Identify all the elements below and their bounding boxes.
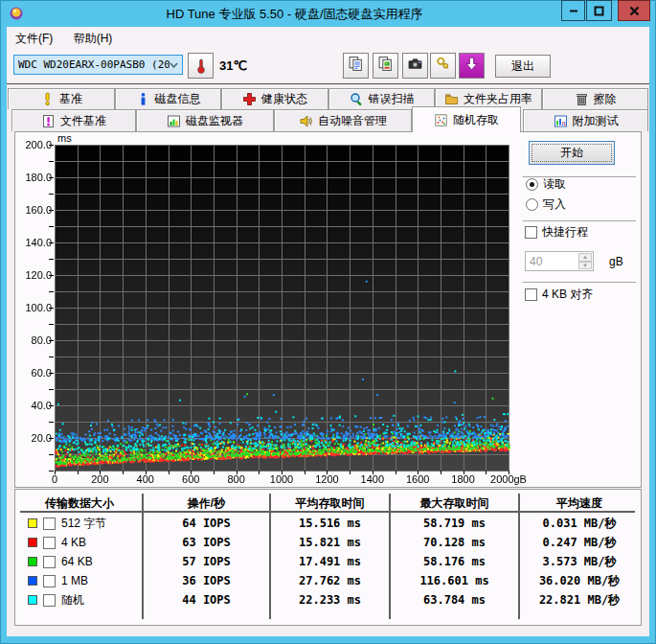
- y-tick-label: 100.0: [17, 302, 52, 313]
- window-title: HD Tune 专业版 5.50 - 硬盘/固态硬盘实用程序: [38, 6, 551, 23]
- health-icon: [242, 92, 257, 106]
- value-speed: 3.573 MB/秒: [519, 554, 640, 570]
- table-row: 4 KB63 IOPS15.821 ms70.128 ms0.247 MB/秒: [16, 533, 640, 552]
- license-button[interactable]: [430, 53, 456, 79]
- short-stroke-checkbox[interactable]: [525, 226, 537, 239]
- series-label: 随机: [61, 592, 84, 609]
- app-icon: [9, 6, 24, 21]
- value-ops: 63 IOPS: [143, 536, 270, 549]
- results-header: 平均速度: [519, 495, 640, 512]
- series-label: 64 KB: [61, 555, 93, 568]
- table-row: 512 字节64 IOPS15.516 ms58.719 ms0.031 MB/…: [16, 514, 640, 533]
- copy-text-button[interactable]: [343, 53, 369, 79]
- series-label: 1 MB: [61, 574, 88, 587]
- tab-health[interactable]: 健康状态: [221, 88, 328, 109]
- tab-disk-info[interactable]: 磁盘信息: [115, 88, 221, 109]
- tab-aam[interactable]: 自动噪音管理: [274, 109, 412, 131]
- tab-label: 基准: [59, 91, 82, 107]
- drive-select[interactable]: WDC WD20EARX-00PASB0 (2000 gB): [13, 55, 183, 75]
- x-tick-label: 200: [91, 473, 108, 485]
- value-speed: 0.247 MB/秒: [519, 535, 640, 551]
- x-tick-label: 1800: [451, 473, 474, 485]
- value-avg: 15.516 ms: [270, 517, 390, 530]
- tab-label: 附加测试: [573, 113, 619, 129]
- column-separator: [269, 494, 271, 619]
- write-radio[interactable]: [526, 198, 538, 211]
- series-visible-checkbox[interactable]: [43, 594, 56, 607]
- short-stroke-row: 快捷行程: [525, 224, 588, 241]
- value-max: 58.176 ms: [390, 555, 519, 568]
- tab-benchmark[interactable]: 基准: [8, 88, 115, 109]
- copy-image-icon: [377, 56, 394, 76]
- checkbox-label: 快捷行程: [542, 224, 588, 241]
- table-row: 64 KB57 IOPS17.491 ms58.176 ms3.573 MB/秒: [16, 552, 640, 571]
- tab-label: 自动噪音管理: [318, 113, 387, 129]
- short-stroke-unit: gB: [609, 255, 623, 268]
- value-speed: 0.031 MB/秒: [519, 516, 640, 532]
- menu-file[interactable]: 文件(F): [7, 27, 61, 48]
- tab-erase[interactable]: 擦除: [542, 88, 648, 109]
- tab-random-access[interactable]: 随机存取: [412, 106, 521, 132]
- tab-file-benchmark[interactable]: 文件基准: [11, 109, 136, 131]
- update-arrow-button[interactable]: [459, 53, 485, 79]
- results-header: 操作/秒: [143, 495, 270, 512]
- series-visible-checkbox[interactable]: [43, 556, 56, 568]
- screenshot-button[interactable]: [402, 53, 428, 79]
- tab-extra-tests[interactable]: 附加测试: [523, 109, 648, 131]
- series-visible-checkbox[interactable]: [43, 575, 56, 587]
- maximize-button[interactable]: [586, 0, 612, 21]
- menu-help[interactable]: 帮助(H): [65, 27, 122, 48]
- disk-info-icon: [136, 92, 150, 106]
- value-speed: 22.821 MB/秒: [519, 592, 640, 609]
- series-label: 4 KB: [61, 536, 86, 549]
- y-tick-label: 20.0: [17, 432, 52, 444]
- checkbox-label: 4 KB 对齐: [542, 287, 593, 303]
- random-access-scatter-chart: [47, 145, 516, 478]
- x-tick-label: 1600: [406, 473, 429, 485]
- align-4kb-checkbox[interactable]: [525, 288, 537, 301]
- value-max: 116.601 ms: [390, 574, 519, 587]
- value-ops: 57 IOPS: [143, 555, 270, 568]
- read-radio[interactable]: [526, 178, 538, 191]
- toolbar: WDC WD20EARX-00PASB0 (2000 gB) 31℃ 退出: [7, 48, 649, 84]
- value-max: 58.719 ms: [390, 517, 519, 530]
- spin-down-button[interactable]: ▼: [578, 262, 592, 270]
- start-button[interactable]: 开始: [529, 141, 615, 165]
- value-avg: 15.821 ms: [270, 536, 390, 549]
- temperature-button[interactable]: [188, 53, 214, 79]
- series-color-swatch: [28, 538, 37, 547]
- radio-label: 读取: [543, 176, 566, 193]
- x-tick-label: 1000: [270, 473, 293, 485]
- x-tick-label: 400: [137, 473, 154, 485]
- value-ops: 36 IOPS: [143, 574, 270, 587]
- file-benchmark-icon: [41, 114, 56, 128]
- disk-monitor-icon: [167, 114, 181, 128]
- short-stroke-input[interactable]: 40 ▲ ▼: [525, 251, 594, 271]
- close-button[interactable]: [618, 0, 650, 21]
- separator: [523, 220, 636, 221]
- tab-disk-monitor[interactable]: 磁盘监视器: [136, 109, 274, 131]
- value-ops: 44 IOPS: [143, 593, 270, 607]
- table-row: 1 MB36 IOPS27.762 ms116.601 ms36.020 MB/…: [16, 571, 640, 590]
- error-scan-icon: [350, 92, 364, 106]
- update-arrow-icon: [464, 56, 480, 76]
- tab-label: 磁盘监视器: [186, 113, 243, 129]
- copy-text-icon: [348, 56, 364, 76]
- tab-label: 文件基准: [60, 113, 106, 129]
- y-tick-label: 40.0: [17, 400, 52, 411]
- results-header: 最大存取时间: [390, 495, 519, 512]
- value-speed: 36.020 MB/秒: [519, 573, 640, 589]
- copy-image-button[interactable]: [373, 53, 398, 79]
- aam-icon: [299, 114, 313, 128]
- minimize-button[interactable]: [561, 0, 585, 21]
- x-tick-label: 1400: [361, 473, 384, 485]
- exit-button[interactable]: 退出: [495, 55, 551, 78]
- value-max: 70.128 ms: [390, 536, 519, 549]
- spin-up-button[interactable]: ▲: [578, 253, 592, 262]
- series-color-swatch: [28, 518, 37, 528]
- series-visible-checkbox[interactable]: [43, 537, 56, 549]
- app-window: HD Tune 专业版 5.50 - 硬盘/固态硬盘实用程序 文件(F) 帮助(…: [0, 0, 656, 644]
- y-axis-unit-label: ms: [57, 132, 72, 144]
- column-separator: [518, 494, 520, 619]
- series-visible-checkbox[interactable]: [43, 518, 56, 530]
